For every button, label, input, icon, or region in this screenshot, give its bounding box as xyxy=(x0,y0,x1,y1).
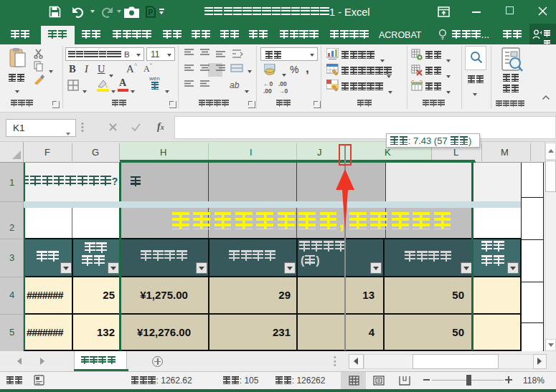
svg-text:P: P xyxy=(148,9,153,16)
svg-text:ab: ab xyxy=(230,80,240,90)
